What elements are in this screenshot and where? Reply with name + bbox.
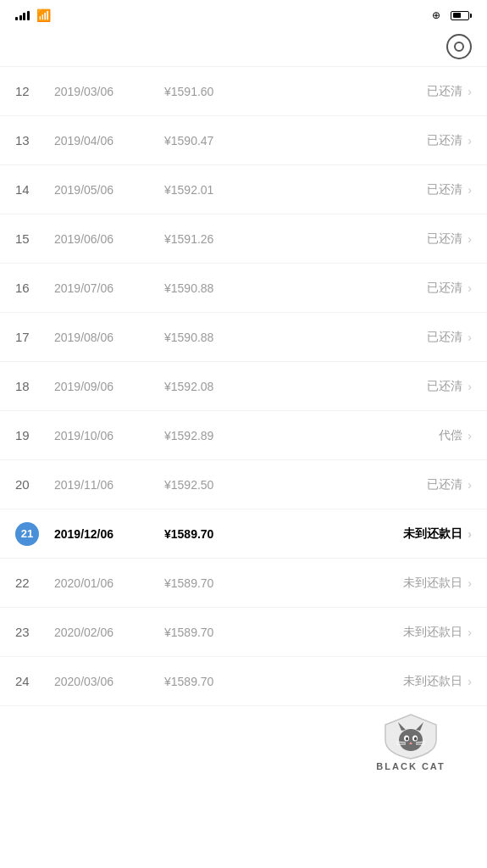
row-date: 2020/03/06 <box>54 675 164 688</box>
repayment-table: 122019/03/06¥1591.60已还清›132019/04/06¥159… <box>0 67 487 706</box>
chevron-right-icon: › <box>468 478 472 492</box>
chevron-right-icon: › <box>468 183 472 197</box>
table-row[interactable]: 192019/10/06¥1592.89代偿› <box>0 411 487 460</box>
row-num: 18 <box>15 379 54 393</box>
row-amount: ¥1591.60 <box>164 85 427 98</box>
table-row[interactable]: 152019/06/06¥1591.26已还清› <box>0 214 487 264</box>
row-status: 已还清› <box>427 133 472 148</box>
row-date: 2019/07/06 <box>54 281 164 295</box>
chevron-right-icon: › <box>468 675 472 688</box>
battery-icon <box>451 11 472 20</box>
table-row[interactable]: 132019/04/06¥1590.47已还清› <box>0 116 487 165</box>
row-amount: ¥1592.50 <box>164 478 427 492</box>
watermark-area: BLACK CAT <box>0 706 487 778</box>
record-button[interactable] <box>446 34 472 59</box>
row-date: 2019/10/06 <box>54 429 164 442</box>
row-num: 13 <box>15 133 54 147</box>
row-date: 2019/12/06 <box>54 527 164 541</box>
status-label: 已还清 <box>427 133 462 148</box>
chevron-right-icon: › <box>468 626 472 639</box>
status-label: 已还清 <box>427 84 462 99</box>
row-date: 2019/05/06 <box>54 183 164 197</box>
chevron-right-icon: › <box>468 576 472 590</box>
blackcat-logo-svg <box>381 713 440 760</box>
status-bar: 📶 ⊕ <box>0 0 487 27</box>
svg-point-0 <box>399 729 423 751</box>
row-num: 19 <box>15 428 54 442</box>
row-status: 已还清› <box>427 182 472 198</box>
row-status: 已还清› <box>427 84 472 99</box>
row-date: 2019/08/06 <box>54 331 164 344</box>
status-label: 未到还款日 <box>403 625 462 640</box>
status-left: 📶 <box>15 8 51 22</box>
row-date: 2019/04/06 <box>54 134 164 147</box>
row-num: 16 <box>15 281 54 295</box>
status-label: 未到还款日 <box>403 576 462 591</box>
row-num: 17 <box>15 330 54 344</box>
blackcat-text-label: BLACK CAT <box>376 761 445 771</box>
chevron-right-icon: › <box>468 429 472 442</box>
status-label: 代偿 <box>439 428 462 443</box>
row-num: 21 <box>15 522 54 546</box>
status-label: 已还清 <box>427 379 462 394</box>
nav-bar <box>0 27 487 67</box>
table-row[interactable]: 182019/09/06¥1592.08已还清› <box>0 362 487 411</box>
row-num: 15 <box>15 231 54 246</box>
svg-point-5 <box>406 737 408 741</box>
chevron-right-icon: › <box>468 331 472 344</box>
row-status: 代偿› <box>439 428 472 443</box>
chevron-right-icon: › <box>468 380 472 393</box>
row-amount: ¥1589.70 <box>164 675 403 688</box>
row-num: 22 <box>15 576 54 590</box>
table-row[interactable]: 232020/02/06¥1589.70未到还款日› <box>0 608 487 657</box>
row-status: 未到还款日› <box>403 625 472 640</box>
status-label: 已还清 <box>427 330 462 345</box>
row-date: 2020/02/06 <box>54 626 164 639</box>
chevron-right-icon: › <box>468 281 472 295</box>
chevron-right-icon: › <box>468 527 472 541</box>
row-num: 23 <box>15 625 54 639</box>
table-row[interactable]: 162019/07/06¥1590.88已还清› <box>0 264 487 313</box>
row-status: 未到还款日› <box>403 576 472 591</box>
row-num: 24 <box>15 674 54 688</box>
table-row[interactable]: 202019/11/06¥1592.50已还清› <box>0 460 487 509</box>
row-amount: ¥1592.89 <box>164 429 439 442</box>
row-num: 14 <box>15 182 54 197</box>
row-amount: ¥1590.88 <box>164 281 427 295</box>
table-row[interactable]: 172019/08/06¥1590.88已还清› <box>0 313 487 362</box>
row-date: 2019/03/06 <box>54 85 164 98</box>
row-amount: ¥1591.26 <box>164 232 427 246</box>
wifi-icon: 📶 <box>36 8 51 22</box>
table-row[interactable]: 242020/03/06¥1589.70未到还款日› <box>0 657 487 706</box>
chevron-right-icon: › <box>468 232 472 246</box>
back-button[interactable] <box>12 43 22 50</box>
row-status: 已还清› <box>427 231 472 247</box>
status-label: 未到还款日 <box>403 526 462 542</box>
row-status: 未到还款日› <box>403 526 472 542</box>
row-status: 已还清› <box>427 379 472 394</box>
blackcat-watermark: BLACK CAT <box>335 706 487 778</box>
status-label: 已还清 <box>427 281 462 296</box>
table-row[interactable]: 142019/05/06¥1592.01已还清› <box>0 165 487 214</box>
chevron-right-icon: › <box>468 85 472 98</box>
status-label: 已还清 <box>427 477 462 492</box>
row-status: 未到还款日› <box>403 674 472 689</box>
table-row[interactable]: 212019/12/06¥1589.70未到还款日› <box>0 509 487 559</box>
table-row[interactable]: 122019/03/06¥1591.60已还清› <box>0 67 487 116</box>
row-amount: ¥1589.70 <box>164 626 403 639</box>
row-date: 2019/06/06 <box>54 232 164 246</box>
nav-actions <box>436 34 472 59</box>
status-right: ⊕ <box>432 9 472 21</box>
row-amount: ¥1590.47 <box>164 134 427 147</box>
status-label: 已还清 <box>427 182 462 198</box>
row-status: 已还清› <box>427 281 472 296</box>
row-num: 12 <box>15 84 54 98</box>
row-date: 2020/01/06 <box>54 576 164 590</box>
chevron-right-icon: › <box>468 134 472 147</box>
table-row[interactable]: 222020/01/06¥1589.70未到还款日› <box>0 559 487 608</box>
signal-icon <box>15 11 30 20</box>
row-date: 2019/11/06 <box>54 478 164 492</box>
row-status: 已还清› <box>427 477 472 492</box>
location-icon: ⊕ <box>432 9 440 21</box>
row-amount: ¥1589.70 <box>164 527 403 541</box>
